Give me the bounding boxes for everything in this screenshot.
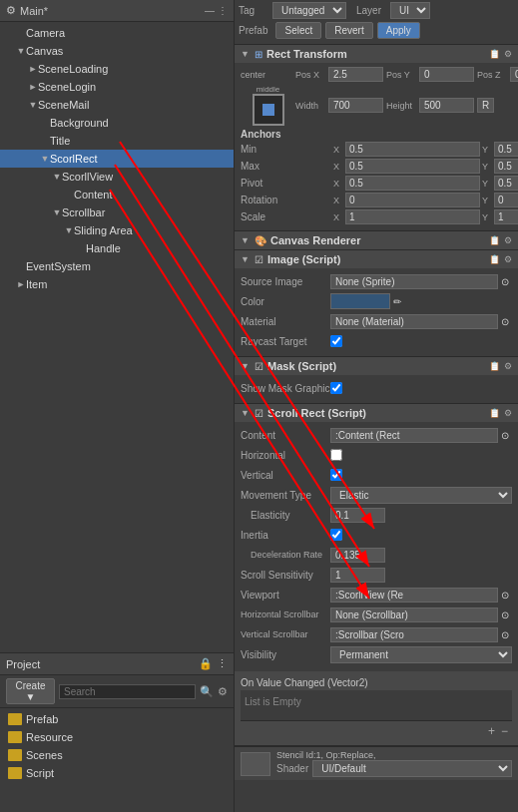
min-x-input[interactable] [345, 142, 480, 157]
content-value[interactable]: :Content (Rect [330, 428, 498, 443]
project-menu-icon[interactable]: ⋮ [217, 657, 228, 670]
project-item-script[interactable]: Script [0, 764, 234, 782]
posz-input[interactable] [510, 67, 518, 82]
horizontal-checkbox[interactable] [330, 449, 342, 461]
mask-icon2[interactable]: ⚙ [504, 361, 512, 371]
rot-x-input[interactable] [345, 193, 480, 207]
tree-item-item[interactable]: ►Item [0, 275, 234, 293]
inertia-row: Inertia [241, 526, 512, 544]
vertical-checkbox[interactable] [330, 469, 342, 481]
project-icon2[interactable]: ⚙ [218, 685, 228, 698]
tree-item-scenelogin[interactable]: ►SceneLogin [0, 78, 234, 96]
rect-transform-header[interactable]: ▼ ⊞ Rect Transform 📋 ⚙ [235, 45, 518, 63]
raycast-checkbox[interactable] [330, 335, 342, 347]
select-button[interactable]: Select [275, 22, 321, 39]
movement-type-dropdown[interactable]: Elastic [330, 487, 512, 504]
tree-item-sliding_area[interactable]: ▼Sliding Area [0, 221, 234, 239]
tree-item-scrorlview[interactable]: ▼ScorllView [0, 168, 234, 186]
inertia-checkbox[interactable] [330, 529, 342, 541]
source-image-picker[interactable]: ⊙ [498, 276, 512, 287]
img-icon2[interactable]: ⚙ [504, 254, 512, 264]
min-y-input[interactable] [494, 142, 518, 157]
revert-button[interactable]: Revert [325, 22, 372, 39]
tree-item-camera[interactable]: Camera [0, 24, 234, 42]
tag-dropdown[interactable]: Untagged [272, 2, 346, 19]
on-value-changed-label: On Value Changed (Vector2) [241, 675, 512, 690]
mask-script-header[interactable]: ▼ ☑ Mask (Script) 📋 ⚙ [235, 357, 518, 375]
tree-item-scenemail[interactable]: ▼SceneMail [0, 96, 234, 114]
tree-arrow: ► [16, 279, 26, 289]
pivot-y-input[interactable] [494, 176, 518, 191]
vert-scrollbar-picker[interactable]: ⊙ [498, 629, 512, 640]
posy-input[interactable] [419, 67, 474, 82]
project-lock-icon[interactable]: 🔒 [199, 657, 213, 670]
tree-item-title[interactable]: Title [0, 132, 234, 150]
tree-label: Canvas [26, 45, 63, 57]
posx-input[interactable] [328, 67, 383, 82]
tree-label: Scrollbar [62, 206, 105, 218]
mask-icon1[interactable]: 📋 [489, 361, 500, 371]
project-item-resource[interactable]: Resource [0, 728, 234, 746]
project-item-scenes[interactable]: Scenes [0, 746, 234, 764]
scroll-sensitivity-input[interactable] [330, 568, 385, 583]
canvas-renderer-header[interactable]: ▼ 🎨 Canvas Renderer 📋 ⚙ [235, 231, 518, 249]
img-icon1[interactable]: 📋 [489, 254, 500, 264]
apply-button[interactable]: Apply [377, 22, 420, 39]
hierarchy-minus-btn[interactable]: — [205, 5, 215, 16]
pivot-x-input[interactable] [345, 176, 480, 191]
tree-item-content[interactable]: Content [0, 186, 234, 203]
width-input[interactable] [328, 98, 383, 113]
cr-icon1[interactable]: 📋 [489, 235, 500, 245]
cr-icon2[interactable]: ⚙ [504, 235, 512, 245]
material-picker[interactable]: ⊙ [498, 316, 512, 327]
tree-item-handle[interactable]: Handle [0, 239, 234, 257]
scroll-rect-checkbox[interactable]: ☑ [255, 408, 263, 419]
tree-item-scrollbar[interactable]: ▼Scrollbar [0, 203, 234, 221]
scroll-rect-header[interactable]: ▼ ☑ Scroll Rect (Script) 📋 ⚙ [235, 404, 518, 422]
horiz-scrollbar-value[interactable]: None (Scrollbar) [330, 608, 498, 622]
tree-item-canvas[interactable]: ▼Canvas [0, 42, 234, 60]
vert-scrollbar-value[interactable]: :Scrollbar (Scro [330, 627, 498, 642]
rt-icon1[interactable]: 📋 [489, 49, 500, 59]
color-swatch[interactable] [330, 293, 390, 309]
material-value[interactable]: None (Material) [330, 314, 498, 329]
show-mask-checkbox[interactable] [330, 382, 342, 394]
max-x-input[interactable] [345, 159, 480, 174]
scale-x-input[interactable] [345, 209, 480, 224]
max-y-input[interactable] [494, 159, 518, 174]
rt-icon2[interactable]: ⚙ [504, 49, 512, 59]
elasticity-input[interactable] [330, 508, 385, 523]
viewport-value[interactable]: :ScorllView (Re [330, 588, 498, 603]
tree-item-eventsystem[interactable]: EventSystem [0, 257, 234, 275]
tree-item-scrorlrect[interactable]: ▼ScorlRect [0, 150, 234, 168]
sr-icon1[interactable]: 📋 [489, 408, 500, 418]
event-plus-btn[interactable]: + [488, 724, 495, 738]
image-script-checkbox[interactable]: ☑ [255, 254, 263, 265]
visibility-dropdown[interactable]: Permanent [330, 646, 512, 663]
layer-dropdown[interactable]: UI [390, 2, 430, 19]
scale-y-input[interactable] [494, 209, 518, 224]
tree-label: SceneLoading [38, 63, 108, 75]
shader-dropdown[interactable]: UI/Default [312, 760, 512, 777]
rot-y-input[interactable] [494, 193, 518, 207]
tree-item-sceneloading[interactable]: ►SceneLoading [0, 60, 234, 78]
create-button[interactable]: Create ▼ [6, 678, 55, 704]
vertical-row: Vertical [241, 466, 512, 484]
sr-icon2[interactable]: ⚙ [504, 408, 512, 418]
image-script-header[interactable]: ▼ ☑ Image (Script) 📋 ⚙ [235, 250, 518, 268]
viewport-picker[interactable]: ⊙ [498, 590, 512, 601]
project-item-prefab[interactable]: Prefab [0, 710, 234, 728]
event-minus-btn[interactable]: − [501, 724, 508, 738]
mask-script-checkbox[interactable]: ☑ [255, 361, 263, 372]
horiz-scrollbar-picker[interactable]: ⊙ [498, 609, 512, 620]
tree-item-background[interactable]: Background [0, 114, 234, 132]
color-picker[interactable]: ✏ [393, 296, 401, 307]
content-picker[interactable]: ⊙ [498, 430, 512, 441]
project-search-input[interactable] [59, 684, 196, 699]
source-image-value[interactable]: None (Sprite) [330, 274, 498, 289]
hierarchy-dots-btn[interactable]: ⋮ [218, 5, 228, 16]
rt-square[interactable] [253, 94, 284, 126]
height-input[interactable] [419, 98, 474, 113]
deceleration-input[interactable] [330, 548, 385, 563]
r-btn[interactable]: R [477, 98, 494, 113]
